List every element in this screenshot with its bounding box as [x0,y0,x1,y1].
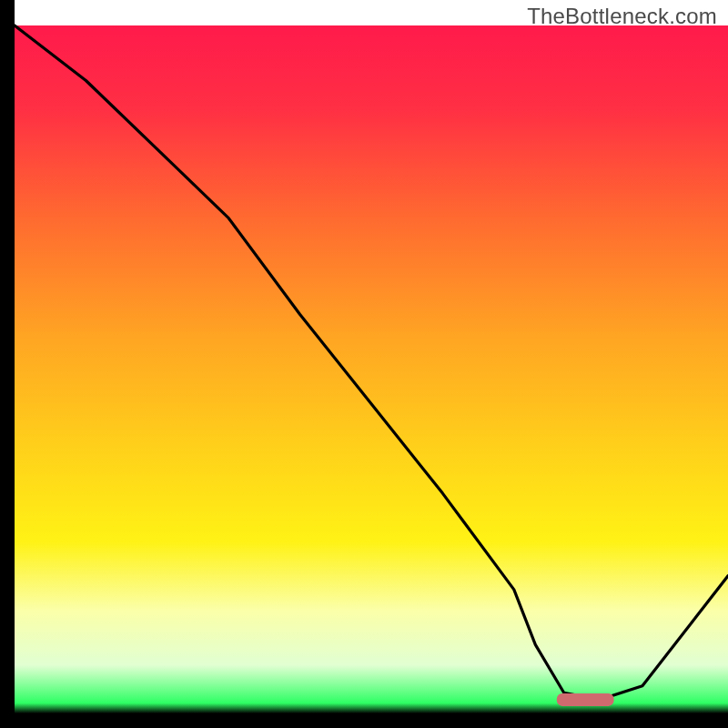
optimal-range-marker [557,693,614,706]
bottleneck-chart [0,0,728,728]
watermark-text: TheBottleneck.com [527,4,717,29]
chart-frame: TheBottleneck.com [0,0,728,728]
plot-background [15,25,728,713]
x-axis [0,713,728,728]
y-axis [0,0,15,728]
